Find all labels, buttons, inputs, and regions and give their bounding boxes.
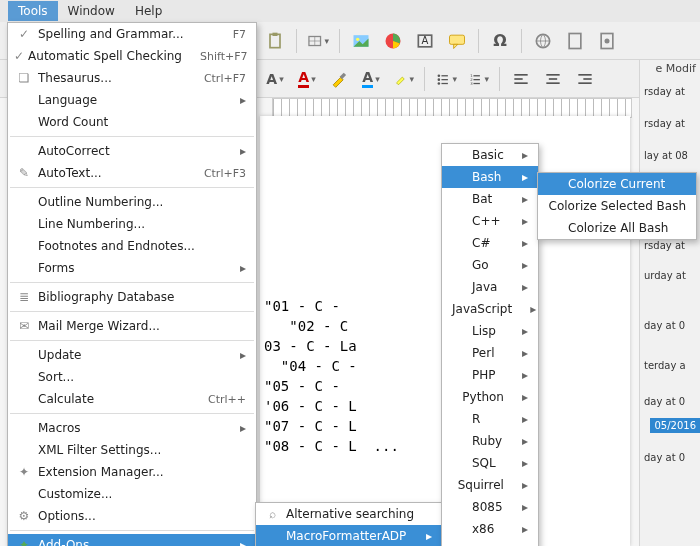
textbox-icon[interactable]: A: [414, 30, 436, 52]
side-item[interactable]: day at 0: [644, 320, 696, 331]
highlight3-icon[interactable]: ▾: [392, 68, 414, 90]
lang-java[interactable]: Java▸: [442, 276, 538, 298]
lang-bash[interactable]: Bash▸: [442, 166, 538, 188]
lang-8085[interactable]: 8085▸: [442, 496, 538, 518]
align-right-icon[interactable]: [574, 68, 596, 90]
add-ons[interactable]: ✦Add-Ons▸: [8, 534, 256, 546]
lang-squirrel[interactable]: Squirrel▸: [442, 474, 538, 496]
lang-xml[interactable]: XML▸: [442, 540, 538, 546]
lang-python[interactable]: Python▸: [442, 386, 538, 408]
lang-basic[interactable]: Basic▸: [442, 144, 538, 166]
chart-icon[interactable]: [382, 30, 404, 52]
outline-numbering[interactable]: Outline Numbering...: [8, 191, 256, 213]
side-item[interactable]: rsday at: [644, 86, 696, 97]
auto-spell-check[interactable]: ✓Automatic Spell CheckingShift+F7: [8, 45, 256, 67]
lang-perl[interactable]: Perl▸: [442, 342, 538, 364]
lang-js[interactable]: JavaScript▸: [442, 298, 538, 320]
customize[interactable]: Customize...: [8, 483, 256, 505]
side-item[interactable]: rsday at: [644, 240, 696, 251]
autocorrect[interactable]: AutoCorrect▸: [8, 140, 256, 162]
menu-item-label: Python: [462, 390, 504, 404]
doc-icon[interactable]: [564, 30, 586, 52]
side-item[interactable]: rsday at: [644, 118, 696, 129]
menu-item-label: Options...: [38, 509, 246, 523]
highlight-red-icon[interactable]: A▾: [296, 68, 318, 90]
bullets-icon[interactable]: ▾: [435, 68, 457, 90]
side-item[interactable]: urday at: [644, 270, 696, 281]
svg-point-18: [438, 82, 441, 85]
side-item[interactable]: day at 0: [644, 396, 696, 407]
word-count[interactable]: Word Count: [8, 111, 256, 133]
menu-item-label: C#: [472, 236, 504, 250]
doc2-icon[interactable]: [596, 30, 618, 52]
side-item[interactable]: lay at 08: [644, 150, 696, 161]
macroformatter[interactable]: MacroFormatterADP▸: [256, 525, 442, 546]
submenu-arrow-icon: ▸: [522, 434, 528, 448]
submenu-arrow-icon: ▸: [522, 478, 528, 492]
menu-item-label: Basic: [472, 148, 504, 162]
menu-separator: [10, 413, 254, 414]
table-icon[interactable]: ▾: [307, 30, 329, 52]
colorize-all[interactable]: Colorize All Bash: [538, 217, 696, 239]
submenu-arrow-icon: ▸: [522, 324, 528, 338]
colorize-selected[interactable]: Colorize Selected Bash: [538, 195, 696, 217]
menu-help[interactable]: Help: [125, 1, 172, 21]
alt-search[interactable]: ⌕Alternative searching: [256, 503, 442, 525]
submenu-arrow-icon: ▸: [522, 192, 528, 206]
submenu-arrow-icon: ▸: [240, 93, 246, 107]
numbering-icon[interactable]: 123▾: [467, 68, 489, 90]
brush-icon[interactable]: [328, 68, 350, 90]
comment-icon[interactable]: [446, 30, 468, 52]
xml-filter[interactable]: XML Filter Settings...: [8, 439, 256, 461]
mail-merge[interactable]: ✉Mail Merge Wizard...: [8, 315, 256, 337]
svg-point-6: [356, 37, 359, 40]
side-item[interactable]: day at 0: [644, 452, 696, 463]
menu-item-label: Thesaurus...: [38, 71, 186, 85]
colorize-current[interactable]: Colorize Current: [538, 173, 696, 195]
menu-window[interactable]: Window: [58, 1, 125, 21]
highlight2-icon[interactable]: A▾: [360, 68, 382, 90]
special-char-icon[interactable]: Ω: [489, 30, 511, 52]
menu-item-label: Colorize Selected Bash: [549, 199, 686, 213]
align-center-icon[interactable]: [542, 68, 564, 90]
align-left-icon[interactable]: [510, 68, 532, 90]
lang-sql[interactable]: SQL▸: [442, 452, 538, 474]
calculate[interactable]: CalculateCtrl++: [8, 388, 256, 410]
ext-mgr[interactable]: ✦Extension Manager...: [8, 461, 256, 483]
lang-r[interactable]: R▸: [442, 408, 538, 430]
menu-item-label: Outline Numbering...: [38, 195, 246, 209]
image-icon[interactable]: [350, 30, 372, 52]
lang-x86[interactable]: x86▸: [442, 518, 538, 540]
submenu-arrow-icon: ▸: [522, 390, 528, 404]
language[interactable]: Language▸: [8, 89, 256, 111]
link-icon[interactable]: [532, 30, 554, 52]
menu-item-label: Footnotes and Endnotes...: [38, 239, 246, 253]
footnotes[interactable]: Footnotes and Endnotes...: [8, 235, 256, 257]
lang-cs[interactable]: C#▸: [442, 232, 538, 254]
submenu-arrow-icon: ▸: [426, 529, 432, 543]
clipboard-icon[interactable]: [264, 30, 286, 52]
lang-go[interactable]: Go▸: [442, 254, 538, 276]
forms[interactable]: Forms▸: [8, 257, 256, 279]
side-date-chip[interactable]: 05/2016: [650, 418, 700, 433]
options[interactable]: ⚙Options...: [8, 505, 256, 527]
sort[interactable]: Sort...: [8, 366, 256, 388]
spelling-and-grammar[interactable]: ✓Spelling and Grammar...F7: [8, 23, 256, 45]
font-color-icon[interactable]: A▾: [264, 68, 286, 90]
lang-lisp[interactable]: Lisp▸: [442, 320, 538, 342]
menu-item-label: Line Numbering...: [38, 217, 246, 231]
line-numbering[interactable]: Line Numbering...: [8, 213, 256, 235]
biblio[interactable]: ≣Bibliography Database: [8, 286, 256, 308]
lang-cpp[interactable]: C++▸: [442, 210, 538, 232]
lang-ruby[interactable]: Ruby▸: [442, 430, 538, 452]
menu-tools[interactable]: Tools: [8, 1, 58, 21]
update[interactable]: Update▸: [8, 344, 256, 366]
lang-php[interactable]: PHP▸: [442, 364, 538, 386]
lang-bat[interactable]: Bat▸: [442, 188, 538, 210]
menu-item-label: C++: [472, 214, 504, 228]
autotext[interactable]: ✎AutoText...Ctrl+F3: [8, 162, 256, 184]
thesaurus[interactable]: ❏Thesaurus...Ctrl+F7: [8, 67, 256, 89]
menu-item-label: Update: [38, 348, 222, 362]
side-item[interactable]: terday a: [644, 360, 696, 371]
macros[interactable]: Macros▸: [8, 417, 256, 439]
